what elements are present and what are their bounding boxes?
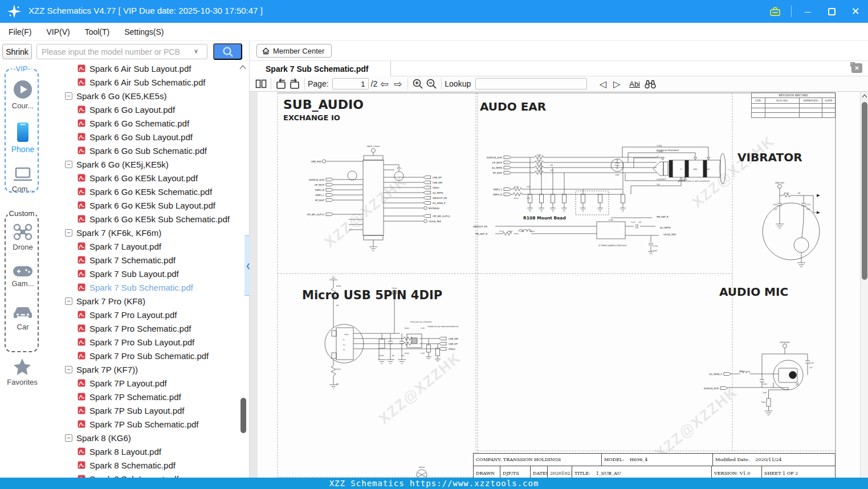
menu-item[interactable]: File(F)	[1, 23, 39, 41]
sidebar-item-favorites[interactable]: Favorites	[2, 358, 42, 386]
search-input[interactable]	[36, 44, 207, 59]
collapse-icon[interactable]: −	[65, 434, 72, 442]
tree-file-row[interactable]: Spark 7 Pro Sub Layout.pdf	[57, 335, 239, 349]
file-tree: Spark 6 Air Sub Layout.pdfSpark 6 Air Su…	[57, 62, 239, 478]
tree-file-row[interactable]: Spark 7 Pro Schematic.pdf	[57, 321, 239, 335]
find-next-icon[interactable]: ▷	[610, 77, 624, 91]
titlebar-separator	[791, 6, 792, 17]
two-page-view-icon[interactable]	[254, 77, 268, 91]
tree-group-row[interactable]: −Spark 7 (KF6k, KF6m)	[57, 226, 239, 239]
sidebar-item-game[interactable]: Gam...	[6, 266, 40, 288]
document-tab[interactable]: Spark 7 Sub Schematic.pdf	[250, 61, 391, 76]
find-previous-icon[interactable]: ◁	[596, 77, 610, 91]
net-label: AWSOUT_EN	[433, 197, 447, 199]
tree-file-row[interactable]: Spark 7 Pro Layout.pdf	[57, 308, 239, 321]
lookup-input[interactable]	[475, 78, 587, 89]
tree-item-label: Spark 6 Go Schematic.pdf	[89, 119, 189, 128]
tree-group-row[interactable]: −Spark 6 Go (KE5j,KE5k)	[57, 157, 239, 171]
sheet-title-cell: TITLE:1_SUB_AU	[572, 466, 712, 478]
member-center-button[interactable]: Member Center	[256, 44, 332, 58]
menu-item[interactable]: Tool(T)	[78, 23, 117, 41]
pdf-file-icon	[78, 119, 85, 127]
tree-file-row[interactable]: Spark 6 Go KE5k Layout.pdf	[57, 171, 239, 185]
sidebar-item-drone[interactable]: Drone	[6, 223, 40, 251]
binoculars-icon[interactable]	[643, 77, 657, 91]
tree-file-row[interactable]: Spark 7 Schematic.pdf	[57, 253, 239, 267]
tree-file-row[interactable]: Spark 7P Layout.pdf	[57, 376, 239, 390]
tree-file-row[interactable]: Spark 6 Go KE5k Sub Schematic.pdf	[57, 212, 239, 226]
net-label: MICBIAS0	[780, 341, 790, 344]
tree-file-row[interactable]: Spark 7 Sub Layout.pdf	[57, 267, 239, 280]
tree-file-row[interactable]: Spark 6 Go Sub Layout.pdf	[57, 130, 239, 144]
zoom-out-icon[interactable]	[425, 77, 438, 91]
tree-file-row[interactable]: Spark 8 Schematic.pdf	[57, 458, 239, 472]
tree-group-row[interactable]: −Spark 8 (KG6)	[57, 431, 239, 445]
pdf-scrollbar-thumb[interactable]	[862, 102, 867, 280]
tree-item-label: Spark 7 Pro Sub Schematic.pdf	[89, 351, 209, 361]
maximize-button[interactable]	[824, 3, 840, 19]
tree-file-row[interactable]: Spark 7 Pro Sub Schematic.pdf	[57, 349, 239, 362]
collapse-icon[interactable]: −	[65, 161, 72, 168]
net-label: R104	[537, 159, 541, 161]
net-label: 1uF	[774, 208, 777, 210]
pdf-page[interactable]: SUB_AUDIO EXCHANGE IO AUDO EAR VIBRATOR …	[258, 92, 860, 478]
pdf-file-icon	[78, 447, 85, 455]
collapse-icon[interactable]: −	[65, 298, 72, 305]
tree-scrollbar-thumb[interactable]	[241, 398, 246, 433]
net-label: TP101	[391, 287, 397, 290]
rotate-left-icon[interactable]	[274, 77, 288, 91]
collapse-icon[interactable]: −	[65, 92, 72, 100]
tree-file-row[interactable]: Spark 6 Go Schematic.pdf	[57, 116, 239, 130]
text-select-tool[interactable]: Abi	[629, 80, 640, 88]
tree-file-row[interactable]: Spark 8 Layout.pdf	[57, 445, 239, 458]
menu-item[interactable]: VIP(V)	[39, 23, 77, 41]
tree-item-label: Spark 6 Go KE5k Sub Schematic.pdf	[89, 214, 230, 224]
sidebar-item-car[interactable]: Car	[6, 305, 40, 331]
tree-file-row[interactable]: Spark 6 Go Layout.pdf	[57, 103, 239, 116]
tree-item-label: Spark 7 Pro Schematic.pdf	[89, 324, 191, 333]
net-label: U102	[609, 219, 613, 221]
search-button[interactable]	[213, 43, 242, 60]
tree-file-row[interactable]: Spark 6 Air Sub Layout.pdf	[57, 62, 239, 75]
net-label: 33pF	[806, 208, 810, 210]
prev-page-icon[interactable]: ⇦	[377, 77, 391, 91]
tree-file-row[interactable]: Spark 7P Schematic.pdf	[57, 390, 239, 404]
tree-file-row[interactable]: Spark 6 Go KE5k Sub Layout.pdf	[57, 198, 239, 212]
page-number-input[interactable]	[332, 78, 369, 89]
tree-file-row[interactable]: Spark 6 Go Sub Schematic.pdf	[57, 144, 239, 157]
tree-file-row[interactable]: Spark 7P Sub Schematic.pdf	[57, 417, 239, 431]
menu-item[interactable]: Settings(S)	[117, 23, 171, 41]
net-label: USB_DP	[449, 343, 458, 345]
minimize-button[interactable]: ─	[800, 3, 816, 19]
tree-file-row[interactable]: Spark 6 Go KE5k Schematic.pdf	[57, 185, 239, 198]
close-tab-icon[interactable]: ✕	[851, 63, 862, 73]
sidebar-item-label: Car	[17, 323, 29, 331]
net-label: AVSS28_AUD	[704, 387, 719, 390]
pdf-scroll-up-icon[interactable]	[862, 93, 867, 99]
shrink-button[interactable]: Shrink	[2, 44, 32, 59]
collapse-icon[interactable]: −	[65, 229, 72, 237]
net-label: EMP3_R	[493, 193, 502, 196]
app-window: XZZ Schematics V4.77 [ VIP Due date: 202…	[0, 0, 868, 489]
tree-file-row[interactable]: Spark 6 Air Sub Schematic.pdf	[57, 75, 239, 89]
title-block: COMPANY: TRANSSION HOLDINGS MODEL:H696_4…	[473, 453, 836, 478]
tree-file-row[interactable]: Spark 7 Layout.pdf	[57, 239, 239, 253]
star-icon	[13, 358, 32, 376]
sidebar-item-computer[interactable]: Com...	[6, 166, 40, 193]
next-page-icon[interactable]: ⇨	[391, 77, 405, 91]
sidebar-item-phone[interactable]: Phone	[6, 122, 40, 154]
tree-group-row[interactable]: −Spark 7 Pro (KF8)	[57, 294, 239, 308]
tree-file-row[interactable]: Spark 7 Sub Schematic.pdf	[57, 280, 239, 294]
tree-file-row[interactable]: Spark 7P Sub Layout.pdf	[57, 404, 239, 417]
close-button[interactable]: ✕	[847, 3, 863, 19]
rotate-right-icon[interactable]	[288, 77, 301, 91]
zoom-in-icon[interactable]	[411, 77, 425, 91]
pdf-scrollbar[interactable]	[860, 92, 868, 478]
tree-group-row[interactable]: −Spark 6 Go (KE5,KE5s)	[57, 89, 239, 103]
sidebar-item-courses[interactable]: Cour...	[6, 80, 40, 110]
collapse-icon[interactable]: −	[65, 366, 72, 373]
tree-group-row[interactable]: −Spark 7P (KF7))	[57, 362, 239, 376]
tree-file-row[interactable]: Spark 8 Sub Layout.pdf	[57, 472, 239, 478]
briefcase-icon[interactable]	[767, 3, 783, 19]
net-label: 0R	[551, 164, 553, 166]
